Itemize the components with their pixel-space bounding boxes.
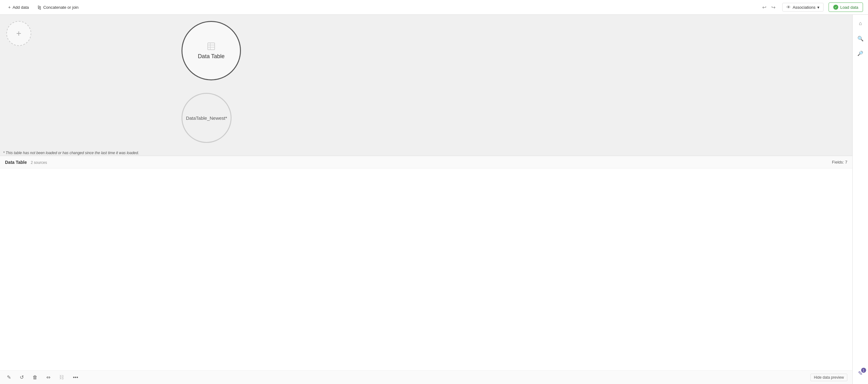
data-table-node-secondary[interactable]: DataTable_Newest* [182,93,231,143]
concatenate-join-button[interactable]: ⧎ Concatenate or join [34,3,82,11]
concatenate-icon: ⧎ [37,5,41,10]
home-button[interactable]: ⌂ [855,18,866,29]
home-icon: ⌂ [859,21,862,26]
right-panel: ⌂ 🔍 🔎 ✎ 1 [852,15,868,384]
add-data-button[interactable]: + Add data [5,3,32,11]
link-button[interactable]: ⛓ [57,373,66,382]
bottom-panel: Data Table 2 sources Fields: 7 ✎ ↺ 🗑 ⇔ ⛓… [0,156,852,384]
add-data-label: Add data [12,5,29,10]
primary-node-label: Data Table [198,53,225,60]
edit-source-button[interactable]: ✎ [5,373,13,382]
bottom-toolbar-icons: ✎ ↺ 🗑 ⇔ ⛓ ••• [5,373,80,382]
primary-node-circle: Data Table [182,21,241,81]
table-icon [207,42,216,52]
zoom-out-icon: 🔎 [857,51,863,56]
zoom-out-button[interactable]: 🔎 [855,48,866,59]
edit-badge: 1 [861,368,866,373]
table-header-left: Data Table 2 sources [5,159,47,165]
chevron-down-icon: ▾ [817,5,819,10]
main-toolbar: + Add data ⧎ Concatenate or join ↩ ↪ 👁 A… [0,0,868,15]
eye-icon: 👁 [786,5,791,10]
associations-label: Associations [793,5,815,10]
secondary-node-label: DataTable_Newest* [186,116,227,121]
table-title: Data Table [5,160,27,165]
load-data-label: Load data [840,5,858,10]
svg-rect-0 [208,43,215,50]
fields-count: Fields: 7 [832,160,847,164]
load-data-circle-icon: ✓ [833,5,838,10]
concatenate-join-label: Concatenate or join [43,5,79,10]
hide-preview-button[interactable]: Hide data preview [810,374,847,381]
toolbar-left: + Add data ⧎ Concatenate or join [5,3,761,11]
redo-button[interactable]: ↪ [769,3,777,11]
bottom-toolbar: ✎ ↺ 🗑 ⇔ ⛓ ••• Hide data preview [0,370,852,384]
undo-button[interactable]: ↩ [761,3,768,11]
canvas-area[interactable]: + Data Table DataTable_Newest* [0,15,868,156]
secondary-node-circle: DataTable_Newest* [182,93,231,143]
undo-redo-group: ↩ ↪ [761,3,777,11]
add-table-circle[interactable]: + [6,21,31,46]
add-table-plus-icon: + [16,28,21,38]
edit-properties-button[interactable]: ✎ 1 [855,368,866,379]
toolbar-right: ↩ ↪ 👁 Associations ▾ ✓ Load data [761,2,863,12]
zoom-in-button[interactable]: 🔍 [855,33,866,44]
warning-text: * This table has not been loaded or has … [3,151,139,155]
data-table-container [0,168,852,370]
plus-icon: + [8,5,11,10]
load-data-button[interactable]: ✓ Load data [829,2,863,12]
sources-badge: 2 sources [31,160,47,165]
split-button[interactable]: ⇔ [44,373,52,382]
associations-button[interactable]: 👁 Associations ▾ [782,3,824,11]
more-options-button[interactable]: ••• [71,373,80,382]
zoom-in-icon: 🔍 [857,36,864,41]
table-header-bar: Data Table 2 sources Fields: 7 [0,156,852,168]
delete-button[interactable]: 🗑 [31,373,39,382]
refresh-button[interactable]: ↺ [18,373,26,382]
data-table-node-primary[interactable]: Data Table [182,21,241,81]
